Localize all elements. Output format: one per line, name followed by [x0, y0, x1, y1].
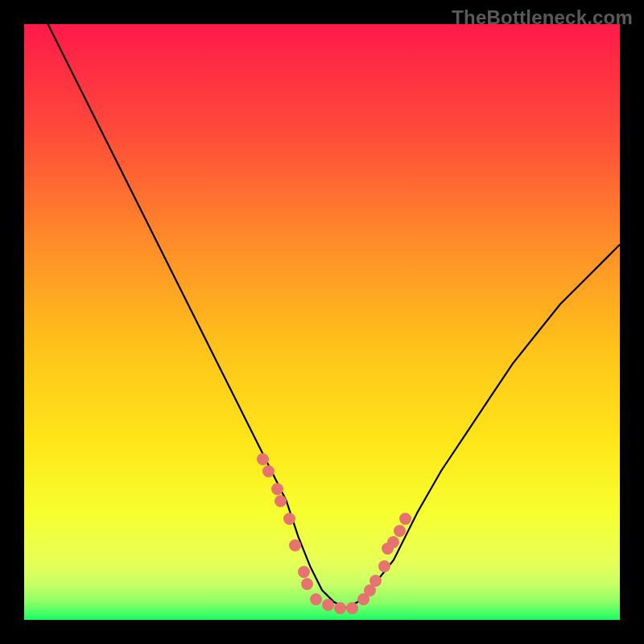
plot-area [24, 24, 620, 620]
watermark-text: TheBottleneck.com [452, 6, 633, 29]
svg-rect-0 [24, 24, 620, 620]
background-gradient [24, 24, 620, 620]
chart-container: TheBottleneck.com [0, 0, 644, 644]
